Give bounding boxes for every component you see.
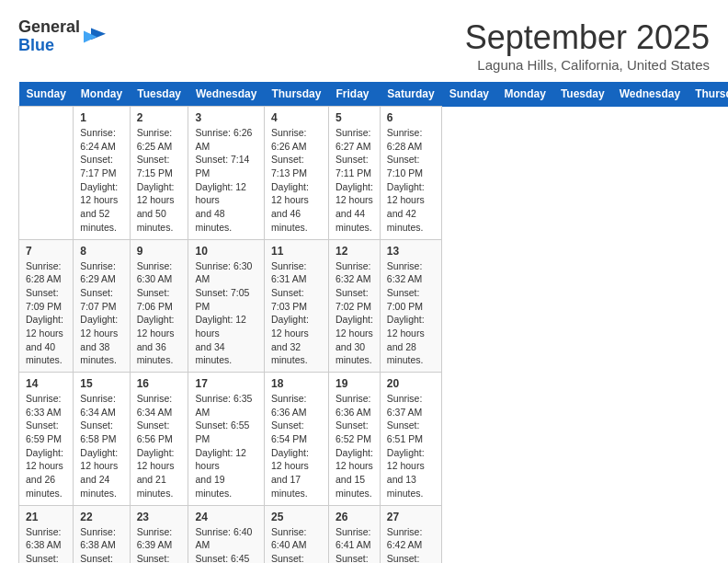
day-number: 26 bbox=[336, 511, 373, 523]
day-info: Sunrise: 6:28 AM Sunset: 7:10 PM Dayligh… bbox=[387, 126, 435, 235]
day-number: 3 bbox=[195, 111, 256, 124]
day-number: 6 bbox=[387, 111, 435, 124]
day-info: Sunrise: 6:26 AM Sunset: 7:13 PM Dayligh… bbox=[271, 126, 322, 235]
day-number: 7 bbox=[26, 245, 66, 258]
day-info: Sunrise: 6:26 AM Sunset: 7:14 PM Dayligh… bbox=[195, 126, 256, 235]
day-number: 5 bbox=[336, 111, 373, 124]
calendar-cell: 23Sunrise: 6:39 AM Sunset: 6:47 PM Dayli… bbox=[130, 505, 188, 563]
day-info: Sunrise: 6:38 AM Sunset: 6:48 PM Dayligh… bbox=[80, 525, 122, 564]
day-info: Sunrise: 6:30 AM Sunset: 7:05 PM Dayligh… bbox=[195, 259, 256, 368]
calendar-table: SundayMondayTuesdayWednesdayThursdayFrid… bbox=[18, 82, 728, 563]
day-info: Sunrise: 6:38 AM Sunset: 6:49 PM Dayligh… bbox=[26, 525, 66, 564]
day-number: 20 bbox=[387, 377, 435, 390]
day-number: 10 bbox=[195, 245, 256, 258]
calendar-cell: 4Sunrise: 6:26 AM Sunset: 7:13 PM Daylig… bbox=[264, 107, 328, 240]
calendar-cell: 27Sunrise: 6:42 AM Sunset: 6:41 PM Dayli… bbox=[380, 505, 441, 563]
day-number: 8 bbox=[80, 245, 122, 258]
day-header-tuesday: Tuesday bbox=[130, 82, 188, 107]
day-header-sunday: Sunday bbox=[19, 82, 74, 107]
month-title: September 2025 bbox=[465, 18, 710, 57]
day-number: 15 bbox=[80, 377, 122, 390]
calendar-header-row: SundayMondayTuesdayWednesdayThursdayFrid… bbox=[19, 82, 729, 107]
calendar-cell: 9Sunrise: 6:30 AM Sunset: 7:06 PM Daylig… bbox=[130, 239, 188, 373]
day-number: 4 bbox=[271, 111, 322, 124]
calendar-cell: 3Sunrise: 6:26 AM Sunset: 7:14 PM Daylig… bbox=[188, 107, 264, 240]
day-header-wednesday: Wednesday bbox=[188, 82, 264, 107]
day-info: Sunrise: 6:25 AM Sunset: 7:15 PM Dayligh… bbox=[137, 126, 182, 235]
day-info: Sunrise: 6:41 AM Sunset: 6:42 PM Dayligh… bbox=[336, 525, 373, 564]
day-info: Sunrise: 6:34 AM Sunset: 6:56 PM Dayligh… bbox=[137, 392, 182, 500]
calendar-cell: 24Sunrise: 6:40 AM Sunset: 6:45 PM Dayli… bbox=[188, 505, 264, 563]
calendar-cell: 17Sunrise: 6:35 AM Sunset: 6:55 PM Dayli… bbox=[188, 373, 264, 506]
day-info: Sunrise: 6:39 AM Sunset: 6:47 PM Dayligh… bbox=[137, 525, 182, 564]
day-number: 23 bbox=[137, 511, 182, 523]
calendar-cell: 15Sunrise: 6:34 AM Sunset: 6:58 PM Dayli… bbox=[74, 373, 130, 506]
logo-icon bbox=[84, 26, 106, 48]
day-info: Sunrise: 6:24 AM Sunset: 7:17 PM Dayligh… bbox=[80, 126, 122, 235]
calendar-cell: 25Sunrise: 6:40 AM Sunset: 6:44 PM Dayli… bbox=[264, 505, 328, 563]
calendar-cell: 21Sunrise: 6:38 AM Sunset: 6:49 PM Dayli… bbox=[19, 505, 74, 563]
day-number: 12 bbox=[336, 245, 373, 258]
calendar-cell: 22Sunrise: 6:38 AM Sunset: 6:48 PM Dayli… bbox=[74, 505, 130, 563]
day-number: 22 bbox=[80, 511, 122, 523]
day-info: Sunrise: 6:27 AM Sunset: 7:11 PM Dayligh… bbox=[336, 126, 373, 235]
logo: General Blue bbox=[18, 18, 106, 55]
calendar-cell: 1Sunrise: 6:24 AM Sunset: 7:17 PM Daylig… bbox=[74, 107, 130, 240]
day-info: Sunrise: 6:36 AM Sunset: 6:52 PM Dayligh… bbox=[336, 392, 373, 500]
calendar-cell: 11Sunrise: 6:31 AM Sunset: 7:03 PM Dayli… bbox=[264, 239, 328, 373]
day-number: 9 bbox=[137, 245, 182, 258]
calendar-cell: 13Sunrise: 6:32 AM Sunset: 7:00 PM Dayli… bbox=[380, 239, 441, 373]
day-info: Sunrise: 6:29 AM Sunset: 7:07 PM Dayligh… bbox=[80, 259, 122, 368]
day-header-monday: Monday bbox=[74, 82, 130, 107]
calendar-cell: 7Sunrise: 6:28 AM Sunset: 7:09 PM Daylig… bbox=[19, 239, 74, 373]
day-header-tuesday: Tuesday bbox=[553, 82, 612, 107]
calendar-week-4: 21Sunrise: 6:38 AM Sunset: 6:49 PM Dayli… bbox=[19, 505, 729, 563]
day-number: 27 bbox=[387, 511, 435, 523]
location: Laguna Hills, California, United States bbox=[465, 57, 710, 73]
day-header-thursday: Thursday bbox=[688, 82, 728, 107]
day-info: Sunrise: 6:32 AM Sunset: 7:02 PM Dayligh… bbox=[336, 259, 373, 368]
day-header-sunday: Sunday bbox=[442, 82, 497, 107]
day-info: Sunrise: 6:37 AM Sunset: 6:51 PM Dayligh… bbox=[387, 392, 435, 500]
day-number: 25 bbox=[271, 511, 322, 523]
day-header-thursday: Thursday bbox=[264, 82, 328, 107]
calendar-week-3: 14Sunrise: 6:33 AM Sunset: 6:59 PM Dayli… bbox=[19, 373, 729, 506]
calendar-week-2: 7Sunrise: 6:28 AM Sunset: 7:09 PM Daylig… bbox=[19, 239, 729, 373]
calendar-cell: 6Sunrise: 6:28 AM Sunset: 7:10 PM Daylig… bbox=[380, 107, 441, 240]
calendar-cell: 10Sunrise: 6:30 AM Sunset: 7:05 PM Dayli… bbox=[188, 239, 264, 373]
title-block: September 2025 Laguna Hills, California,… bbox=[465, 18, 710, 73]
calendar-cell: 19Sunrise: 6:36 AM Sunset: 6:52 PM Dayli… bbox=[328, 373, 380, 506]
day-info: Sunrise: 6:36 AM Sunset: 6:54 PM Dayligh… bbox=[271, 392, 322, 500]
day-info: Sunrise: 6:34 AM Sunset: 6:58 PM Dayligh… bbox=[80, 392, 122, 500]
day-number: 13 bbox=[387, 245, 435, 258]
day-info: Sunrise: 6:35 AM Sunset: 6:55 PM Dayligh… bbox=[195, 392, 256, 500]
day-number: 1 bbox=[80, 111, 122, 124]
calendar-cell: 26Sunrise: 6:41 AM Sunset: 6:42 PM Dayli… bbox=[328, 505, 380, 563]
calendar-cell: 8Sunrise: 6:29 AM Sunset: 7:07 PM Daylig… bbox=[74, 239, 130, 373]
calendar-cell: 2Sunrise: 6:25 AM Sunset: 7:15 PM Daylig… bbox=[130, 107, 188, 240]
day-info: Sunrise: 6:40 AM Sunset: 6:44 PM Dayligh… bbox=[271, 525, 322, 564]
day-number: 17 bbox=[195, 377, 256, 390]
day-info: Sunrise: 6:32 AM Sunset: 7:00 PM Dayligh… bbox=[387, 259, 435, 368]
calendar-cell: 5Sunrise: 6:27 AM Sunset: 7:11 PM Daylig… bbox=[328, 107, 380, 240]
calendar-cell bbox=[19, 107, 74, 240]
logo-blue: Blue bbox=[18, 36, 54, 54]
day-number: 2 bbox=[137, 111, 182, 124]
day-info: Sunrise: 6:31 AM Sunset: 7:03 PM Dayligh… bbox=[271, 259, 322, 368]
page-header: General Blue September 2025 Laguna Hills… bbox=[18, 18, 710, 73]
day-info: Sunrise: 6:28 AM Sunset: 7:09 PM Dayligh… bbox=[26, 259, 66, 368]
calendar-week-1: 1Sunrise: 6:24 AM Sunset: 7:17 PM Daylig… bbox=[19, 107, 729, 240]
day-header-friday: Friday bbox=[328, 82, 380, 107]
day-number: 21 bbox=[26, 511, 66, 523]
day-number: 11 bbox=[271, 245, 322, 258]
day-info: Sunrise: 6:30 AM Sunset: 7:06 PM Dayligh… bbox=[137, 259, 182, 368]
day-number: 24 bbox=[195, 511, 256, 523]
logo-general: General bbox=[18, 17, 80, 36]
day-number: 19 bbox=[336, 377, 373, 390]
day-header-monday: Monday bbox=[497, 82, 553, 107]
day-number: 14 bbox=[26, 377, 66, 390]
calendar-cell: 16Sunrise: 6:34 AM Sunset: 6:56 PM Dayli… bbox=[130, 373, 188, 506]
calendar-cell: 14Sunrise: 6:33 AM Sunset: 6:59 PM Dayli… bbox=[19, 373, 74, 506]
day-info: Sunrise: 6:33 AM Sunset: 6:59 PM Dayligh… bbox=[26, 392, 66, 500]
day-info: Sunrise: 6:42 AM Sunset: 6:41 PM Dayligh… bbox=[387, 525, 435, 564]
